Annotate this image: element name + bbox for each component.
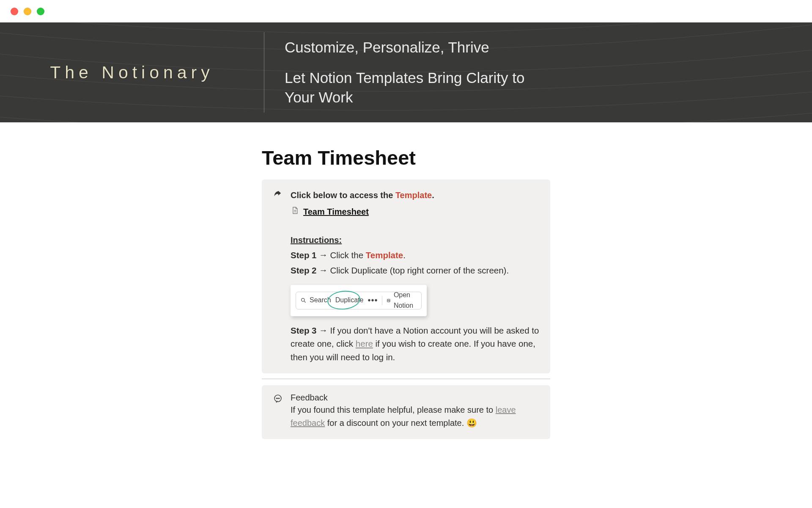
toolbar-divider [382, 296, 382, 305]
toolbar-open-notion: Open Notion [387, 290, 417, 311]
chat-bubble-icon [273, 394, 283, 406]
feedback-body: If you found this template helpful, plea… [291, 403, 539, 430]
arrow-icon: → [319, 323, 328, 337]
template-word-2: Template [366, 250, 403, 260]
step-2-label: Step 2 [291, 265, 317, 275]
toolbar-preview: Search Duplicate ••• Open Notion [291, 285, 427, 316]
toolbar-open-notion-label: Open Notion [394, 290, 417, 311]
svg-point-5 [279, 398, 280, 399]
arrow-icon: → [319, 263, 328, 277]
brand-name: The Notionary [50, 63, 214, 83]
toolbar-search-label: Search [310, 295, 331, 306]
step-2: Step 2 → Click Duplicate (top right corn… [291, 264, 539, 277]
callout-intro-prefix: Click below to access the [291, 190, 395, 200]
share-arrow-icon [273, 190, 283, 199]
window-maximize-dot[interactable] [37, 8, 44, 15]
svg-point-0 [302, 298, 305, 302]
page-title: Team Timesheet [262, 146, 550, 169]
template-link[interactable]: Team Timesheet [291, 205, 539, 218]
step-3: Step 3 → If you don't have a Notion acco… [291, 324, 539, 364]
feedback-title: Feedback [291, 393, 539, 403]
step-1-text: Click the [330, 250, 365, 260]
window-minimize-dot[interactable] [24, 8, 31, 15]
more-icon: ••• [368, 294, 378, 307]
toolbar-duplicate-label: Duplicate [335, 295, 364, 306]
arrow-icon: → [319, 248, 328, 262]
template-word-1: Template [395, 190, 432, 200]
step-1-suffix: . [403, 250, 406, 260]
svg-point-4 [277, 398, 278, 399]
step-3-label: Step 3 [291, 326, 317, 335]
feedback-body-suffix: for a discount on your next template. [325, 418, 466, 428]
main-content: Team Timesheet Click below to access the… [0, 122, 812, 439]
callout-intro: Click below to access the Template. [291, 189, 539, 202]
hero-headline: Customize, Personalize, Thrive [285, 38, 555, 57]
toolbar-duplicate: Duplicate [335, 295, 364, 306]
feedback-body-prefix: If you found this template helpful, plea… [291, 405, 496, 414]
instructions-callout: Click below to access the Template. Team… [262, 179, 550, 373]
step-1: Step 1 → Click the Template. [291, 248, 539, 262]
callout-intro-suffix: . [432, 190, 434, 200]
here-link[interactable]: here [356, 339, 373, 348]
window-chrome [0, 0, 812, 22]
hero-divider [264, 32, 264, 113]
window-close-dot[interactable] [11, 8, 18, 15]
smile-emoji-icon: 😃 [466, 417, 477, 430]
hero-banner: The Notionary Customize, Personalize, Th… [0, 22, 812, 122]
svg-point-3 [276, 398, 277, 399]
page-icon [291, 205, 299, 218]
step-2-text: Click Duplicate (top right corner of the… [330, 265, 509, 275]
template-link-label: Team Timesheet [303, 205, 369, 218]
toolbar-search: Search [300, 295, 331, 306]
instructions-heading: Instructions: [291, 234, 539, 247]
section-divider [262, 378, 550, 379]
feedback-callout: Feedback If you found this template help… [262, 385, 550, 439]
step-1-label: Step 1 [291, 250, 317, 260]
hero-subtitle: Let Notion Templates Bring Clarity to Yo… [285, 68, 555, 107]
